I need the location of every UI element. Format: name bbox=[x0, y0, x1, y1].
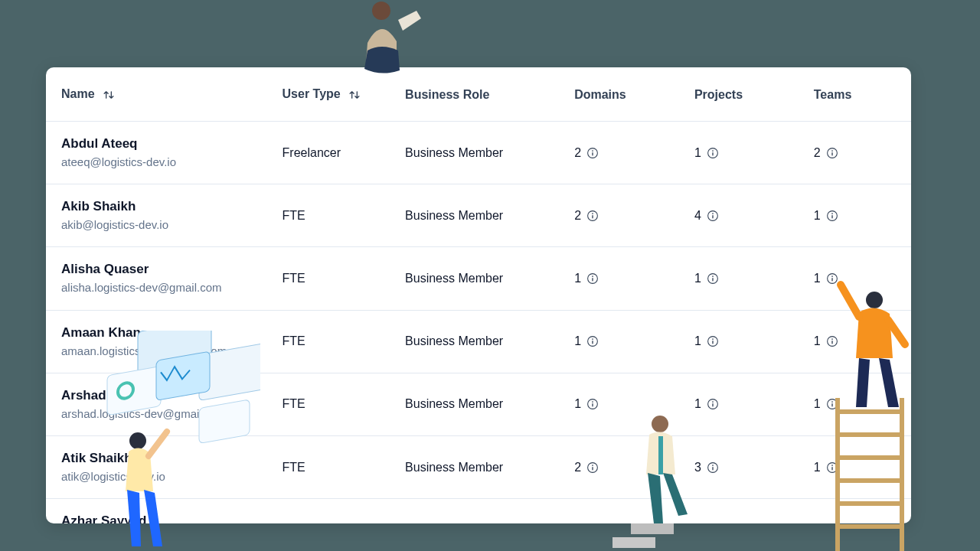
domains-cell[interactable]: 2 bbox=[574, 461, 679, 474]
business-role-cell: Business Member bbox=[397, 184, 567, 247]
table-row[interactable]: Atik Shaikh atik@logistics-dev.io FTE Bu… bbox=[46, 435, 911, 498]
column-header-projects[interactable]: Projects bbox=[687, 67, 806, 122]
info-icon[interactable] bbox=[825, 209, 839, 223]
column-header-domains[interactable]: Domains bbox=[567, 67, 687, 122]
info-icon[interactable] bbox=[706, 209, 720, 223]
projects-cell[interactable]: 3 bbox=[694, 461, 799, 474]
user-type-cell: FTE bbox=[275, 247, 398, 310]
teams-cell[interactable]: 1 bbox=[814, 209, 903, 223]
table-row[interactable]: Alisha Quaser alisha.logistics-dev@gmail… bbox=[46, 247, 911, 310]
teams-count: 1 bbox=[814, 209, 821, 223]
projects-cell[interactable]: 4 bbox=[694, 209, 799, 223]
business-role-cell: Business Member bbox=[397, 310, 567, 373]
teams-cell[interactable]: 2 bbox=[814, 146, 903, 160]
domains-count: 1 bbox=[574, 334, 581, 348]
user-type-cell bbox=[275, 499, 398, 523]
table-row[interactable]: Arshad Ahmad arshad.logistics-dev@gmail.… bbox=[46, 373, 911, 435]
svg-point-3 bbox=[372, 2, 390, 20]
illustration-seated-reader bbox=[337, 0, 436, 73]
column-header-user-type[interactable]: User Type bbox=[275, 67, 398, 122]
teams-count: 1 bbox=[814, 272, 821, 285]
info-icon[interactable] bbox=[586, 146, 599, 160]
column-header-label: User Type bbox=[283, 87, 341, 100]
user-email: arshad.logistics-dev@gmail.com bbox=[61, 406, 267, 422]
teams-count: 1 bbox=[814, 334, 821, 348]
table-row[interactable]: Abdul Ateeq ateeq@logistics-dev.io Freel… bbox=[46, 122, 911, 184]
projects-count: 3 bbox=[694, 461, 701, 474]
info-icon[interactable] bbox=[586, 461, 599, 474]
teams-count: 1 bbox=[814, 461, 821, 474]
info-icon[interactable] bbox=[825, 334, 839, 348]
domains-cell[interactable]: 2 bbox=[574, 146, 679, 160]
column-header-teams[interactable]: Teams bbox=[806, 67, 911, 122]
info-icon[interactable] bbox=[706, 461, 720, 474]
user-email: alisha.logistics-dev@gmail.com bbox=[61, 280, 267, 295]
column-header-label: Name bbox=[61, 87, 95, 100]
info-icon[interactable] bbox=[825, 146, 839, 160]
domains-cell[interactable]: 1 bbox=[574, 272, 679, 285]
table-row[interactable]: Amaan Khan amaan.logistics-dev@gmail.com… bbox=[46, 310, 911, 373]
user-name: Atik Shaikh bbox=[61, 450, 267, 468]
user-name: Alisha Quaser bbox=[61, 261, 267, 279]
table-row[interactable]: Azhar Sayyad bbox=[46, 499, 911, 523]
business-role-cell: Business Member bbox=[397, 435, 567, 498]
user-type-cell: FTE bbox=[275, 184, 398, 247]
column-header-label: Domains bbox=[574, 88, 626, 101]
info-icon[interactable] bbox=[825, 461, 839, 474]
user-type-cell: FTE bbox=[275, 310, 398, 373]
teams-cell[interactable]: 1 bbox=[814, 334, 903, 348]
domains-cell[interactable]: 1 bbox=[574, 397, 679, 411]
info-icon[interactable] bbox=[586, 334, 599, 348]
column-header-label: Business Role bbox=[405, 88, 489, 101]
sort-icon[interactable] bbox=[101, 87, 116, 103]
info-icon[interactable] bbox=[586, 272, 599, 285]
domains-count: 1 bbox=[574, 272, 581, 285]
business-role-cell: Business Member bbox=[397, 373, 567, 435]
user-email: ateeq@logistics-dev.io bbox=[61, 155, 267, 170]
column-header-label: Projects bbox=[694, 88, 743, 101]
user-email: atik@logistics-dev.io bbox=[61, 469, 267, 484]
info-icon[interactable] bbox=[825, 397, 839, 411]
user-name: Abdul Ateeq bbox=[61, 135, 267, 153]
column-header-business-role[interactable]: Business Role bbox=[397, 67, 567, 122]
projects-cell[interactable]: 1 bbox=[694, 272, 799, 285]
user-type-cell: FTE bbox=[275, 435, 398, 498]
domains-count: 1 bbox=[574, 397, 581, 411]
domains-cell[interactable]: 2 bbox=[574, 209, 679, 223]
users-table-panel: Name User Type Business Role Domains Pro… bbox=[46, 67, 911, 523]
info-icon[interactable] bbox=[706, 397, 720, 411]
table-header-row: Name User Type Business Role Domains Pro… bbox=[46, 67, 911, 122]
info-icon[interactable] bbox=[706, 334, 720, 348]
info-icon[interactable] bbox=[586, 209, 599, 223]
domains-count: 2 bbox=[574, 209, 581, 223]
teams-cell[interactable]: 1 bbox=[814, 461, 903, 474]
teams-cell[interactable]: 1 bbox=[814, 272, 903, 285]
user-name: Amaan Khan bbox=[61, 324, 267, 342]
svg-rect-14 bbox=[631, 523, 674, 534]
user-type-cell: Freelancer bbox=[275, 122, 398, 184]
users-table: Name User Type Business Role Domains Pro… bbox=[46, 67, 911, 523]
info-icon[interactable] bbox=[825, 272, 839, 285]
teams-count: 2 bbox=[814, 146, 821, 160]
column-header-name[interactable]: Name bbox=[46, 67, 275, 122]
info-icon[interactable] bbox=[586, 397, 599, 411]
projects-cell[interactable]: 1 bbox=[694, 397, 799, 411]
projects-cell[interactable]: 1 bbox=[694, 334, 799, 348]
sort-icon[interactable] bbox=[347, 87, 362, 103]
teams-cell[interactable]: 1 bbox=[814, 397, 903, 411]
table-row[interactable]: Akib Shaikh akib@logistics-dev.io FTE Bu… bbox=[46, 184, 911, 247]
business-role-cell: Business Member bbox=[397, 122, 567, 184]
projects-cell[interactable]: 1 bbox=[694, 146, 799, 160]
info-icon[interactable] bbox=[706, 272, 720, 285]
domains-count: 2 bbox=[574, 461, 581, 474]
user-type-cell: FTE bbox=[275, 373, 398, 435]
domains-count: 2 bbox=[574, 146, 581, 160]
svg-rect-13 bbox=[612, 537, 655, 548]
info-icon[interactable] bbox=[706, 146, 720, 160]
domains-cell[interactable]: 1 bbox=[574, 334, 679, 348]
user-name: Azhar Sayyad bbox=[61, 513, 267, 523]
projects-count: 1 bbox=[694, 334, 701, 348]
user-name: Arshad Ahmad bbox=[61, 387, 267, 405]
business-role-cell bbox=[397, 499, 567, 523]
user-email: amaan.logistics-dev@gmail.com bbox=[61, 344, 267, 359]
